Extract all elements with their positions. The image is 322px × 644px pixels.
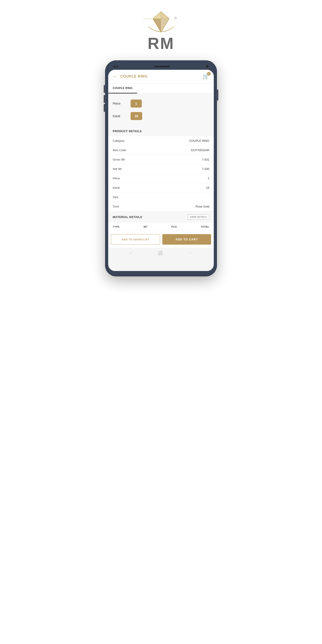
phone-top-bar	[108, 64, 214, 70]
detail-row-karat: Karat 18	[108, 183, 214, 192]
netwt-value: 7.335	[202, 167, 209, 170]
karat-key: Karat	[113, 186, 120, 190]
nav-home-icon[interactable]: ⬜	[158, 250, 162, 255]
camera-dots	[114, 66, 118, 67]
karat-value: 18	[206, 186, 209, 190]
detail-row-itemcode: Item Code ECP70010AR	[108, 146, 214, 155]
material-columns: TYPE WT PCS TOTAL	[108, 223, 214, 231]
detail-row-grosswt: Gross Wt 7.631	[108, 155, 214, 164]
logo-area: ® RM	[143, 9, 179, 52]
phone-shell: ← COUPLE RING 🛒 6 COUPLE RING Piece 1 Ka…	[105, 60, 217, 276]
karat-label: Karat	[113, 114, 130, 118]
front-camera	[206, 65, 208, 68]
product-details-list: Category COUPLE RING Item Code ECP70010A…	[108, 136, 214, 211]
options-section: Piece 1 Karat 18	[108, 94, 214, 126]
nav-back-icon[interactable]: ←	[188, 251, 192, 255]
logo-text: RM	[148, 35, 174, 52]
view-details-button[interactable]: VIEW DETAILS	[188, 214, 209, 220]
tab-bar: COUPLE RING	[108, 84, 214, 94]
detail-row-category: Category COUPLE RING	[108, 136, 214, 146]
bottom-buttons: ADD TO SHORTLIST ADD TO CART	[108, 231, 214, 248]
piece-value: 1	[208, 177, 209, 180]
karat-badge[interactable]: 18	[130, 112, 142, 120]
tab-couple-ring[interactable]: COUPLE RING	[108, 84, 137, 94]
detail-row-tone: Tone Rose Gold	[108, 202, 214, 211]
grosswt-value: 7.631	[202, 158, 209, 161]
detail-row-size: Size	[108, 192, 214, 202]
tone-key: Tone	[113, 205, 119, 208]
product-details-header: PRODUCT DETAILS	[108, 126, 214, 136]
camera-dot-2	[116, 66, 118, 67]
material-details-title: MATERIAL DETAILS	[113, 215, 142, 219]
piece-option-row: Piece 1	[113, 97, 209, 110]
karat-option-row: Karat 18	[113, 110, 209, 122]
material-details-header: MATERIAL DETAILS VIEW DETAILS	[108, 211, 214, 223]
cart-badge: 6	[207, 72, 211, 76]
itemcode-key: Item Code	[113, 148, 126, 152]
add-to-cart-button[interactable]: ADD TO CART	[162, 234, 211, 245]
product-details-title: PRODUCT DETAILS	[113, 130, 142, 133]
phone-nav-bar: ⌐ ⬜ ←	[108, 248, 214, 256]
svg-text:®: ®	[174, 16, 177, 20]
phone-screen: ← COUPLE RING 🛒 6 COUPLE RING Piece 1 Ka…	[108, 70, 214, 271]
piece-badge[interactable]: 1	[130, 100, 142, 108]
netwt-key: Net Wt	[113, 167, 122, 170]
cart-button[interactable]: 🛒 6	[202, 73, 209, 80]
tone-value: Rose Gold	[196, 205, 209, 208]
col-total: TOTAL	[201, 226, 209, 228]
header-title: COUPLE RING	[120, 74, 202, 78]
col-wt: WT	[144, 226, 148, 228]
back-button[interactable]: ←	[113, 74, 118, 80]
piece-key: Piece	[113, 177, 120, 180]
category-value: COUPLE RING	[189, 139, 209, 142]
col-pcs: PCS	[172, 226, 177, 228]
col-type: TYPE	[113, 226, 120, 228]
grosswt-key: Gross Wt	[113, 158, 125, 161]
category-key: Category	[113, 139, 124, 142]
add-to-shortlist-button[interactable]: ADD TO SHORTLIST	[111, 234, 160, 245]
app-header: ← COUPLE RING 🛒 6	[108, 70, 214, 84]
detail-row-piece: Piece 1	[108, 174, 214, 183]
piece-label: Piece	[113, 102, 130, 105]
detail-row-netwt: Net Wt 7.335	[108, 164, 214, 174]
itemcode-value: ECP70010AR	[191, 148, 209, 152]
nav-recent-icon[interactable]: ⌐	[130, 251, 132, 255]
camera-dot-1	[114, 66, 115, 67]
logo-diamond-icon: ®	[143, 9, 179, 38]
size-key: Size	[113, 196, 118, 199]
phone-speaker	[154, 66, 170, 67]
